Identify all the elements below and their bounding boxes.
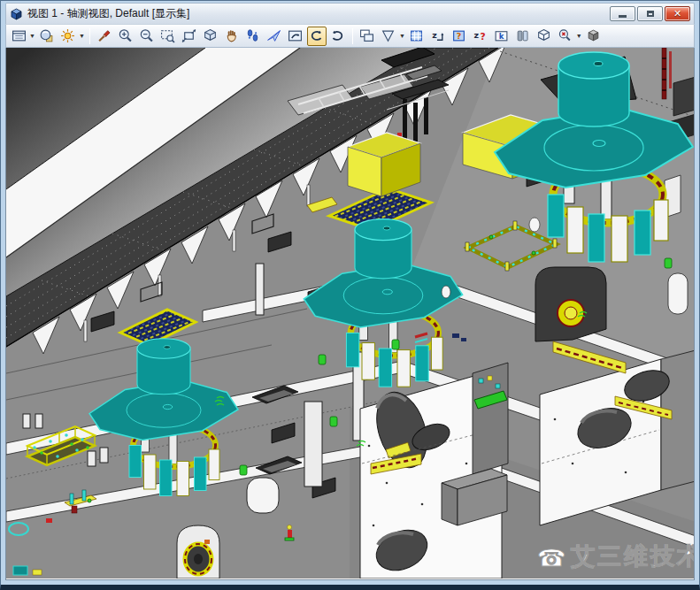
update-view-icon [96,28,112,43]
rotate-view-icon [203,28,218,43]
watermark: ☎ 艾三维技术 [537,542,695,571]
clip-volume-button[interactable] [379,27,398,46]
saved-views-icon [515,28,530,43]
view-cube-icon [536,28,551,43]
window-area-button[interactable] [158,27,178,46]
view-previous-button[interactable] [307,27,327,46]
fit-view-icon [181,28,196,43]
view-next-icon [330,28,345,43]
dropdown-caret[interactable]: ▼ [576,33,582,39]
view-brightness-button[interactable] [58,27,78,46]
restore-button[interactable] [637,6,663,21]
round-machine [177,525,219,579]
presentation-style-icon [39,28,54,43]
zoom-out-icon [139,28,154,43]
close-icon: ✕ [673,9,681,19]
navigate-view-button[interactable] [286,27,305,46]
show-display-depth-button[interactable]: ? [450,27,469,46]
set-active-depth-button[interactable]: z [428,27,448,46]
rotate-view-button[interactable] [201,27,220,46]
svg-text:k: k [499,32,504,41]
update-view-button[interactable] [95,27,114,46]
zoom-in-icon [118,28,133,43]
clash-zoom-button[interactable] [556,27,575,46]
presentation-style-button[interactable] [37,27,57,46]
dropdown-caret[interactable]: ▼ [399,33,405,39]
render-cube-icon [586,28,601,43]
toolbar-separator [89,28,90,44]
restore-icon [647,11,654,17]
display-depth-button[interactable] [407,27,427,46]
render-cube-button[interactable] [584,27,604,46]
svg-text:z: z [474,30,480,40]
show-display-depth-icon: ? [451,28,466,43]
fly-icon [266,28,281,43]
copy-view-button[interactable] [358,27,377,46]
svg-text:?: ? [481,31,486,42]
view-previous-icon [309,28,324,43]
pan-view-button[interactable] [222,27,242,46]
show-active-depth-icon: z? [473,28,488,43]
pan-view-icon [224,28,239,43]
camera-settings-icon: k [494,28,509,43]
view-cube-button[interactable] [535,27,554,46]
svg-text:z: z [432,30,437,40]
phone-icon: ☎ [537,545,565,571]
toolbar-separator [352,28,353,44]
watermark-text: 艾三维技术 [570,542,695,570]
svg-text:?: ? [457,31,462,41]
3d-model-view[interactable]: ☎ 艾三维技术 [6,48,695,579]
dropdown-caret[interactable]: ▼ [29,33,35,39]
window-title: 视图 1 - 轴测视图, Default [显示集] [27,6,189,21]
window-controls: ✕ [610,6,690,21]
show-active-depth-button[interactable]: z? [471,27,490,46]
close-button[interactable]: ✕ [665,6,690,21]
zoom-in-button[interactable] [116,27,135,46]
fit-view-button[interactable] [180,27,199,46]
view-display-mode-icon [12,28,27,43]
walk-button[interactable] [243,27,263,46]
fly-button[interactable] [265,27,284,46]
display-depth-icon [409,28,424,43]
clip-volume-icon [381,28,396,43]
view-brightness-icon [60,28,75,43]
view-window: 视图 1 - 轴测视图, Default [显示集] ✕ ▼ ▼ ▼ z ? [0,0,700,590]
camera-settings-button[interactable]: k [492,27,512,46]
clash-zoom-icon [558,28,573,43]
model-viewport[interactable]: ☎ 艾三维技术 [5,48,695,580]
navigate-view-icon [288,28,303,43]
window-area-icon [160,28,175,43]
saved-views-button[interactable] [513,27,533,46]
zoom-out-button[interactable] [137,27,157,46]
copy-view-icon [359,28,374,43]
view-window-icon [10,7,23,20]
walk-icon [245,28,260,43]
view-display-mode-button[interactable] [9,27,28,46]
minimize-icon [619,15,627,18]
dropdown-caret[interactable]: ▼ [79,33,85,39]
view-toolbar: ▼ ▼ ▼ z ? z? k ▼ [5,24,695,48]
set-active-depth-icon: z [430,28,445,43]
titlebar[interactable]: 视图 1 - 轴测视图, Default [显示集] ✕ [5,3,695,24]
view-next-button[interactable] [328,27,348,46]
minimize-button[interactable] [610,6,635,21]
